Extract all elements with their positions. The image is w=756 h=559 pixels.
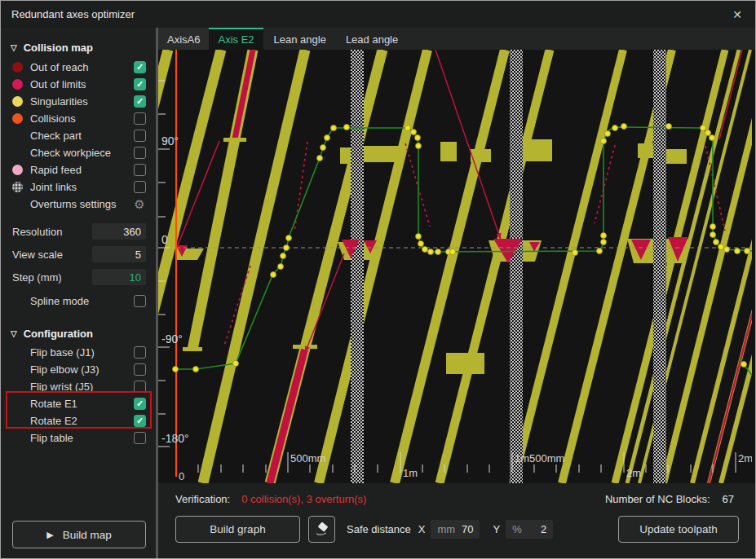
safe-distance-x-input[interactable]: mm 70 xyxy=(431,520,480,539)
layer-checkbox-1[interactable]: ✓ xyxy=(134,78,146,90)
svg-text:0: 0 xyxy=(179,470,184,482)
config-label: Flip wrist (J5) xyxy=(30,381,134,393)
build-map-button[interactable]: ▶ Build map xyxy=(12,521,146,548)
field-label: View scale xyxy=(12,249,92,261)
config-row-flip-table: Flip table xyxy=(1,429,156,447)
collision-layer-list: Out of reach✓Out of limits✓Singularities… xyxy=(1,59,156,213)
footer: Verification: 0 collision(s), 3 overturn… xyxy=(158,483,755,558)
layer-label: Overturns settings xyxy=(30,198,133,210)
parameter-fields: ResolutionView scaleStep (mm) xyxy=(1,223,156,292)
layer-label: Rapid feed xyxy=(30,164,134,176)
configuration-header-label: Configuration xyxy=(24,328,93,340)
tab-lead-angle[interactable]: Lead angle xyxy=(337,28,407,50)
gear-icon[interactable]: ⚙ xyxy=(133,197,146,212)
field-input-1[interactable] xyxy=(92,246,146,262)
spline-mode-label: Spline mode xyxy=(30,295,134,307)
layer-checkbox-5[interactable] xyxy=(134,147,146,159)
config-row-rotate-e1: Rotate E1✓ xyxy=(1,395,156,412)
tab-lean-angle[interactable]: Lean angle xyxy=(265,28,335,50)
layer-label: Check part xyxy=(30,130,134,142)
y-value: 2 xyxy=(541,523,546,535)
safe-distance-label: Safe distance xyxy=(347,523,411,535)
collision-map-header[interactable]: ▽ Collision map xyxy=(1,39,156,55)
config-label: Flip table xyxy=(30,432,134,444)
svg-text:2m: 2m xyxy=(626,467,641,479)
title-bar: Redundant axes optimizer ✕ xyxy=(1,1,755,28)
legend-color-dot xyxy=(12,96,23,107)
configuration-header[interactable]: ▽ Configuration xyxy=(1,325,156,341)
field-label: Step (mm) xyxy=(12,271,92,284)
svg-text:-180°: -180° xyxy=(161,432,189,445)
field-input-2[interactable] xyxy=(92,269,146,285)
config-label: Flip base (J1) xyxy=(30,346,134,359)
tab-bar: AxisA6Axis E2Lean angleLead angle xyxy=(158,28,755,50)
config-checkbox-0[interactable] xyxy=(134,346,146,359)
layer-checkbox-6[interactable] xyxy=(134,164,146,176)
verification-value: 0 collision(s), 3 overturn(s) xyxy=(241,493,366,505)
collision-map-canvas[interactable]: 90°0-90°-180°0500mm1m1m500mm2m2m500mm xyxy=(158,50,755,483)
legend-color-dot xyxy=(12,62,23,73)
legend-color-dot xyxy=(12,113,23,124)
config-checkbox-2[interactable] xyxy=(134,381,146,393)
layer-checkbox-4[interactable] xyxy=(134,130,146,142)
config-checkbox-3[interactable]: ✓ xyxy=(134,398,146,410)
config-checkbox-4[interactable]: ✓ xyxy=(134,415,146,427)
safe-distance-x-label: X xyxy=(418,523,426,535)
layer-label: Joint links xyxy=(30,181,134,193)
config-label: Rotate E1 xyxy=(30,398,134,410)
svg-text:500mm: 500mm xyxy=(290,452,325,464)
update-toolpath-button[interactable]: Update toolpath xyxy=(618,516,739,543)
layer-label: Singularities xyxy=(30,95,134,108)
layer-row-out-of-reach: Out of reach✓ xyxy=(1,59,156,76)
collision-map-header-label: Collision map xyxy=(24,42,93,54)
tab-axisa6[interactable]: AxisA6 xyxy=(158,28,209,50)
layer-row-joint-links: Joint links xyxy=(1,178,156,196)
sidebar: ▽ Collision map Out of reach✓Out of limi… xyxy=(1,28,156,558)
x-unit: mm xyxy=(437,523,455,535)
svg-text:0: 0 xyxy=(161,233,168,246)
redundant-axes-optimizer-dialog: Redundant axes optimizer ✕ ▽ Collision m… xyxy=(0,0,756,559)
collapse-triangle-icon: ▽ xyxy=(11,329,17,338)
tab-label: Lead angle xyxy=(346,33,398,46)
field-row-0: Resolution xyxy=(1,223,156,240)
tab-axis-e2[interactable]: Axis E2 xyxy=(209,28,263,50)
field-row-1: View scale xyxy=(1,246,156,262)
build-map-label: Build map xyxy=(63,529,112,541)
x-value: 70 xyxy=(462,523,473,535)
layer-row-out-of-limits: Out of limits✓ xyxy=(1,76,156,93)
safe-distance-y-label: Y xyxy=(493,523,500,535)
close-icon[interactable]: ✕ xyxy=(729,8,745,21)
safe-distance-y-input[interactable]: % 2 xyxy=(506,520,553,539)
config-checkbox-5[interactable] xyxy=(134,432,146,444)
config-checkbox-1[interactable] xyxy=(134,363,146,376)
config-row-flip-wrist-j5-: Flip wrist (J5) xyxy=(1,378,156,395)
layer-checkbox-3[interactable] xyxy=(134,112,146,125)
layer-row-collisions: Collisions xyxy=(1,110,156,127)
configuration-list: Flip base (J1)Flip elbow (J3)Flip wrist … xyxy=(1,344,156,447)
svg-text:90°: 90° xyxy=(161,134,179,147)
spline-mode-row: Spline mode xyxy=(1,293,156,310)
layer-checkbox-2[interactable]: ✓ xyxy=(134,95,146,108)
tab-label: Lean angle xyxy=(274,33,326,46)
layer-label: Check workpiece xyxy=(30,147,134,159)
tab-label: Axis E2 xyxy=(218,33,254,46)
play-icon: ▶ xyxy=(46,530,53,540)
layer-label: Collisions xyxy=(30,112,134,125)
spline-mode-checkbox[interactable] xyxy=(134,295,146,307)
layer-checkbox-0[interactable]: ✓ xyxy=(134,61,146,73)
y-unit: % xyxy=(512,523,522,535)
config-label: Flip elbow (J3) xyxy=(30,363,134,376)
erase-graph-button[interactable] xyxy=(308,516,335,543)
field-input-0[interactable] xyxy=(92,223,146,240)
build-graph-button[interactable]: Build graph xyxy=(175,516,300,543)
joint-links-hatch-dot xyxy=(12,182,23,192)
nc-blocks-value: 67 xyxy=(723,493,734,505)
field-row-2: Step (mm) xyxy=(1,269,156,285)
svg-text:1m500mm: 1m500mm xyxy=(515,452,564,464)
svg-text:1m: 1m xyxy=(403,467,418,479)
layer-label: Out of limits xyxy=(30,78,134,90)
nc-blocks-label: Number of NC Blocks: xyxy=(605,493,710,505)
layer-checkbox-7[interactable] xyxy=(134,181,146,193)
legend-color-dot xyxy=(12,79,23,90)
config-row-flip-base-j1-: Flip base (J1) xyxy=(1,344,156,361)
